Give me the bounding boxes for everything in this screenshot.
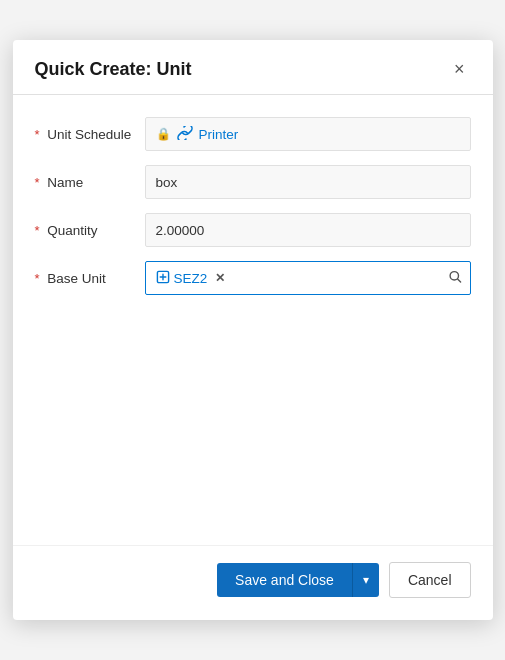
unit-schedule-field[interactable]: 🔒 Printer bbox=[145, 117, 471, 151]
quantity-row: * Quantity bbox=[35, 213, 471, 247]
required-star-base-unit: * bbox=[35, 271, 40, 286]
base-unit-icon bbox=[156, 270, 170, 287]
quantity-label: * Quantity bbox=[35, 223, 145, 238]
base-unit-search-button[interactable] bbox=[446, 268, 464, 289]
dialog-header: Quick Create: Unit × bbox=[13, 40, 493, 95]
save-close-group: Save and Close ▾ bbox=[217, 563, 379, 597]
unit-schedule-value[interactable]: Printer bbox=[199, 127, 239, 142]
name-input[interactable] bbox=[145, 165, 471, 199]
close-button[interactable]: × bbox=[448, 58, 471, 80]
lock-icon: 🔒 bbox=[156, 127, 171, 141]
base-unit-tag: SEZ2 ✕ bbox=[156, 270, 226, 287]
dialog-title: Quick Create: Unit bbox=[35, 59, 192, 80]
quick-create-dialog: Quick Create: Unit × * Unit Schedule 🔒 P… bbox=[13, 40, 493, 620]
chevron-down-icon: ▾ bbox=[363, 573, 369, 587]
cancel-button[interactable]: Cancel bbox=[389, 562, 471, 598]
base-unit-value: SEZ2 bbox=[174, 271, 208, 286]
name-label: * Name bbox=[35, 175, 145, 190]
unit-schedule-row: * Unit Schedule 🔒 Printer bbox=[35, 117, 471, 151]
required-star: * bbox=[35, 127, 40, 142]
svg-point-1 bbox=[450, 272, 458, 280]
save-dropdown-button[interactable]: ▾ bbox=[353, 563, 379, 597]
base-unit-label: * Base Unit bbox=[35, 271, 145, 286]
required-star-quantity: * bbox=[35, 223, 40, 238]
dialog-body: * Unit Schedule 🔒 Printer * Name bbox=[13, 95, 493, 545]
dialog-footer: Save and Close ▾ Cancel bbox=[13, 545, 493, 620]
base-unit-field[interactable]: SEZ2 ✕ bbox=[145, 261, 471, 295]
quantity-input[interactable] bbox=[145, 213, 471, 247]
unit-schedule-link-icon bbox=[177, 126, 193, 143]
base-unit-row: * Base Unit SEZ2 ✕ bbox=[35, 261, 471, 295]
save-and-close-button[interactable]: Save and Close bbox=[217, 563, 353, 597]
base-unit-remove-button[interactable]: ✕ bbox=[215, 271, 225, 285]
required-star-name: * bbox=[35, 175, 40, 190]
unit-schedule-label: * Unit Schedule bbox=[35, 127, 145, 142]
name-row: * Name bbox=[35, 165, 471, 199]
